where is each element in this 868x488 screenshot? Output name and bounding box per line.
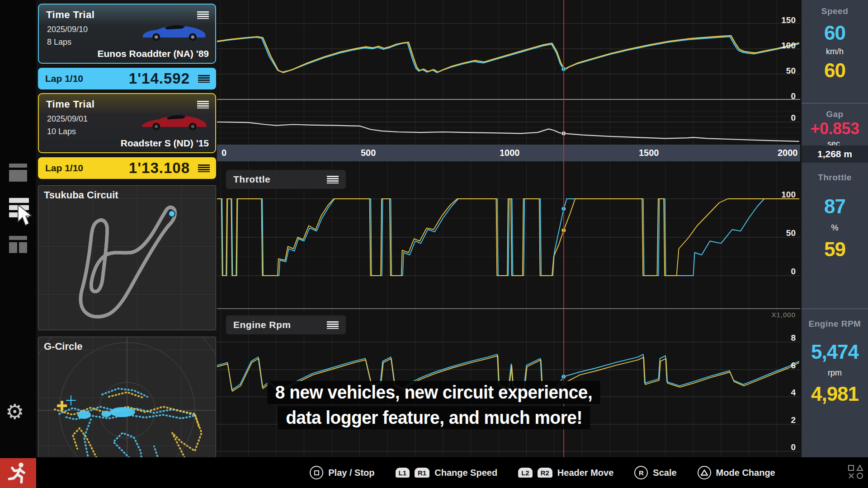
layout-single-icon[interactable] <box>9 164 27 182</box>
lap-time: 1'14.592 <box>129 70 190 87</box>
gcircle-panel-title: G-Circle <box>44 341 83 352</box>
scale-control[interactable]: R Scale <box>634 466 676 479</box>
control-label: Play / Stop <box>328 468 374 478</box>
control-label: Scale <box>653 468 676 478</box>
control-label: Mode Change <box>716 468 775 478</box>
rpm-chart-header[interactable]: Engine Rpm <box>226 315 346 334</box>
lap-label: Lap 1/10 <box>45 163 83 174</box>
car-name: Roadster S (ND) '15 <box>121 138 209 149</box>
control-label: Header Move <box>557 468 614 478</box>
subtitle-line-1: 8 new vehicles, new circuit experience, <box>268 381 600 404</box>
axis-tick-label: 100 <box>760 191 796 199</box>
speed-series-yellow <box>217 36 799 73</box>
gap-value: +0.853 <box>802 119 868 138</box>
axis-tick-label: 50 <box>760 67 796 75</box>
axis-tick-label: 0 <box>760 443 796 451</box>
menu-icon[interactable] <box>197 101 209 108</box>
r-stick-icon: R <box>634 466 648 479</box>
ruler-tick: 2000 <box>778 148 798 158</box>
tsukuba-track-map <box>38 186 216 330</box>
layout-split-icon[interactable] <box>9 236 27 253</box>
rpm-value-blue: 5,474 <box>802 342 868 362</box>
runner-icon <box>6 461 30 485</box>
mode-change-control[interactable]: Mode Change <box>698 466 775 479</box>
ruler-tick: 0 <box>222 148 226 158</box>
axis-tick-label: 0 <box>760 267 796 276</box>
session-card-2[interactable]: Time Trial 2025/09/01 10 Laps Roadster S… <box>38 93 216 153</box>
menu-icon[interactable] <box>327 176 339 183</box>
track-map-panel[interactable]: Tsukuba Circuit <box>38 185 216 330</box>
r2-key-icon: R2 <box>538 468 552 478</box>
exit-runner-button[interactable] <box>0 458 36 488</box>
rpm-unit: rpm <box>802 368 868 378</box>
distance-value: 1,268 m <box>802 145 868 163</box>
menu-icon[interactable] <box>197 11 209 19</box>
menu-icon[interactable] <box>198 75 210 83</box>
change-speed-control[interactable]: L1 R1 Change Speed <box>396 468 498 478</box>
axis-tick-label: 150 <box>760 16 796 24</box>
axis-tick-label: 0 <box>760 92 796 100</box>
ruler-tick: 1500 <box>639 148 659 158</box>
header-move-control[interactable]: L2 R2 Header Move <box>518 468 613 478</box>
subtitle-line-2: data logger feature, and much more! <box>278 406 590 429</box>
gap-block: Gap +0.853 sec. <box>802 109 868 149</box>
lap-time-bar-yellow[interactable]: Lap 1/10 1'13.108 <box>38 157 216 179</box>
axis-tick-label: 50 <box>760 229 796 237</box>
lap-label: Lap 1/10 <box>45 73 83 84</box>
l1-key-icon: L1 <box>396 468 410 478</box>
ruler-tick: 500 <box>361 148 376 158</box>
menu-icon[interactable] <box>198 164 210 172</box>
track-panel-title: Tsukuba Circuit <box>44 189 118 201</box>
throttle-value-blue: 87 <box>802 196 868 217</box>
triangle-button-icon <box>698 466 711 479</box>
throttle-value-yellow: 59 <box>802 239 868 260</box>
gap-label: Gap <box>802 109 868 119</box>
promo-subtitle: 8 new vehicles, new circuit experience, … <box>0 381 868 429</box>
car-image-red-roadster <box>140 109 208 133</box>
speed-label: Speed <box>802 6 868 16</box>
speed-unit: km/h <box>802 47 868 56</box>
car-image-blue-roadster <box>140 20 208 43</box>
speed-value-blue: 60 <box>802 23 868 43</box>
throttle-chart-header[interactable]: Throttle <box>226 170 346 189</box>
speed-value-yellow: 60 <box>802 60 868 81</box>
lap-time: 1'13.108 <box>129 160 190 177</box>
ruler-tick: 1000 <box>500 148 520 158</box>
session-card-1[interactable]: Time Trial 2025/09/10 8 Laps Eunos Roadd… <box>38 4 216 64</box>
axis-tick-label: 0 <box>760 114 796 122</box>
car-name: Eunos Roaddter (NA) '89 <box>97 48 209 59</box>
card-title: Time Trial <box>46 99 94 110</box>
rpm-label: Engine RPM <box>802 319 868 329</box>
car-position-dot <box>169 211 175 217</box>
mouse-cursor <box>16 204 33 229</box>
lap-time-bar-blue[interactable]: Lap 1/10 1'14.592 <box>38 68 216 89</box>
throttle-chart-title: Throttle <box>233 174 270 185</box>
rpm-chart-title: Engine Rpm <box>233 319 291 330</box>
distance-ruler[interactable]: 0 500 1000 1500 2000 <box>217 145 800 161</box>
throttle-label: Throttle <box>802 173 868 183</box>
axis-tick-label: 100 <box>760 42 796 50</box>
playstation-shapes-logo <box>847 464 864 483</box>
square-button-icon <box>310 466 323 479</box>
gt-data-logger-screen: 0 500 1000 1500 2000 Throttle X1,000 Eng… <box>0 0 868 488</box>
control-label: Change Speed <box>434 468 497 478</box>
throttle-unit: % <box>802 223 868 233</box>
axis-tick-label: 6 <box>760 361 796 370</box>
menu-icon[interactable] <box>327 321 339 329</box>
rpm-scale-note: X1,000 <box>771 311 796 319</box>
speed-block: Speed 60 km/h 60 <box>802 6 868 81</box>
card-title: Time Trial <box>46 9 94 21</box>
axis-tick-label: 8 <box>760 334 796 342</box>
r1-key-icon: R1 <box>415 468 429 478</box>
play-stop-control[interactable]: Play / Stop <box>310 466 374 479</box>
controls-bar: Play / Stop L1 R1 Change Speed L2 R2 Hea… <box>36 457 868 488</box>
l2-key-icon: L2 <box>518 468 533 478</box>
throttle-block: Throttle 87 % 59 <box>802 173 868 260</box>
